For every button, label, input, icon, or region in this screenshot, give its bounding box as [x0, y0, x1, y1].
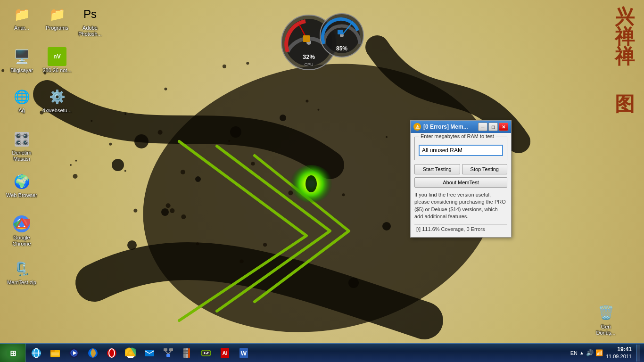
- icon-label: Web Browser: [6, 192, 37, 198]
- show-desktop-button[interactable]: [636, 345, 640, 362]
- svg-text:32%: 32%: [303, 53, 315, 60]
- desktop-icon-programs[interactable]: 📁 Programs: [40, 5, 74, 31]
- taskbar-network-tool[interactable]: [159, 345, 177, 362]
- svg-line-39: [165, 351, 168, 354]
- taskbar: ⊞: [0, 343, 644, 362]
- titlebar-buttons: ─ ◻ ✕: [478, 123, 508, 131]
- chinese-stamp-bottom: 图: [615, 94, 635, 114]
- taskbar-word[interactable]: W: [235, 345, 253, 362]
- start-button[interactable]: ⊞: [0, 344, 25, 362]
- taskbar-firefox[interactable]: [84, 345, 102, 362]
- dialog-title: [0 Errors] Mem...: [423, 123, 468, 130]
- memtest-body: Enter megabytes of RAM to test Start Tes…: [411, 133, 511, 237]
- tray-icon-1: 🔊: [586, 349, 594, 356]
- desktop-icon-dxwebsetup[interactable]: ⚙️ dxwebsetu...: [40, 87, 74, 114]
- close-button[interactable]: ✕: [499, 123, 508, 131]
- ram-group-box: Enter megabytes of RAM to test: [414, 137, 507, 160]
- svg-rect-14: [338, 30, 343, 34]
- svg-rect-35: [145, 350, 154, 356]
- svg-line-40: [168, 351, 171, 354]
- chinese-stamp-top: 兴禅禅: [615, 7, 635, 66]
- icon-label: MemTest.zip: [7, 280, 36, 286]
- desktop-icon-denetim[interactable]: 🎛️ DenetimMasası: [5, 130, 39, 162]
- desktop-icon-bilgisayar[interactable]: 🖥️ Bilgisayar: [5, 47, 39, 74]
- icon-label: DenetimMasası: [12, 150, 32, 162]
- taskbar-ie[interactable]: [27, 345, 45, 362]
- control-panel-icon: 🎛️: [12, 130, 31, 148]
- svg-text:⊞: ⊞: [9, 349, 16, 357]
- recycle-icon: 🗑️: [596, 304, 615, 322]
- start-testing-button[interactable]: Start Testing: [414, 164, 460, 174]
- dx-icon: ⚙️: [48, 87, 66, 106]
- desktop-icon-anar[interactable]: 📁 Anar...: [5, 5, 39, 31]
- svg-rect-38: [166, 354, 170, 357]
- title-text: ⚠ [0 Errors] Mem...: [413, 123, 478, 131]
- svg-rect-44: [183, 350, 188, 352]
- svg-rect-45: [183, 353, 188, 354]
- tray-area: EN ▲ 🔊 📶: [570, 349, 603, 356]
- winrar-icon: 🗜️: [12, 259, 31, 278]
- desktop-icon-webbrowser[interactable]: 🌍 Web Browser: [5, 172, 39, 198]
- clock-time: 19:41: [606, 346, 632, 354]
- svg-text:CPU: CPU: [304, 62, 313, 67]
- desktop-icon-chrome[interactable]: GoogleChrome: [5, 214, 39, 247]
- photoshop-icon: Ps: [81, 5, 99, 24]
- svg-rect-24: [51, 354, 59, 355]
- desktop-icon-photoshop[interactable]: Ps Adobe Photosh...: [73, 5, 107, 37]
- taskbar-items: Ai W: [25, 344, 567, 362]
- taskbar-winrar[interactable]: [178, 345, 196, 362]
- gauge-svg: 32% CPU 85%: [278, 7, 365, 71]
- memtest-dialog: ⚠ [0 Errors] Mem... ─ ◻ ✕ Enter megabyte…: [410, 120, 512, 238]
- taskbar-chrome[interactable]: [122, 345, 140, 362]
- icon-label: Bilgisayar: [10, 67, 33, 74]
- svg-text:W: W: [241, 350, 247, 357]
- svg-rect-23: [51, 353, 59, 354]
- icon-label: GoogleChrome: [12, 235, 31, 247]
- status-text: [\] 111.6% Coverage, 0 Errors: [416, 226, 485, 232]
- group-label: Enter megabytes of RAM to test: [419, 133, 496, 139]
- taskbar-wmp[interactable]: [65, 345, 83, 362]
- clock-area[interactable]: 19:41 11.09.2011: [606, 346, 632, 360]
- minimize-button[interactable]: ─: [478, 123, 487, 131]
- taskbar-explorer[interactable]: [46, 345, 64, 362]
- taskbar-acrobat[interactable]: Ai: [216, 345, 234, 362]
- folder-icon: 📁: [12, 5, 31, 24]
- restore-button[interactable]: ◻: [488, 123, 498, 131]
- about-memtest-button[interactable]: About MemTest: [414, 177, 507, 188]
- icon-label: GeriDönüş...: [596, 324, 616, 336]
- nvidia-icon: nV: [48, 47, 66, 66]
- svg-text:85%: 85%: [336, 45, 347, 52]
- icon-label: Ağ: [18, 107, 25, 114]
- computer-icon: 🖥️: [12, 47, 31, 66]
- taskbar-opera[interactable]: [103, 345, 121, 362]
- icon-label: Adobe Photosh...: [73, 25, 107, 37]
- svg-rect-37: [169, 348, 173, 351]
- memtest-titlebar: ⚠ [0 Errors] Mem... ─ ◻ ✕: [411, 121, 511, 133]
- svg-point-50: [206, 353, 208, 354]
- gauge-widget: 32% CPU 85%: [278, 7, 365, 73]
- desktop-icon-memtest[interactable]: 🗜️ MemTest.zip: [5, 259, 39, 286]
- folder-icon: 📁: [48, 5, 66, 24]
- svg-rect-7: [303, 35, 310, 42]
- ram-input[interactable]: [419, 145, 503, 156]
- memtest-title-icon: ⚠: [413, 123, 421, 131]
- taskbar-right: EN ▲ 🔊 📶 19:41 11.09.2011: [567, 345, 644, 362]
- network-icon: 🌐: [12, 87, 31, 106]
- status-bar: [\] 111.6% Coverage, 0 Errors: [414, 224, 507, 233]
- icon-label: 280.26 not...: [42, 67, 71, 74]
- svg-rect-22: [50, 350, 55, 352]
- desktop-icon-recycle[interactable]: 🗑️ GeriDönüş...: [589, 304, 623, 336]
- clock-date: 11.09.2011: [606, 353, 632, 360]
- svg-rect-36: [164, 348, 167, 351]
- stop-testing-button[interactable]: Stop Testing: [462, 164, 508, 174]
- desktop-icon-ag[interactable]: 🌐 Ağ: [5, 87, 39, 114]
- taskbar-gaming[interactable]: [197, 345, 215, 362]
- chrome-icon: [12, 214, 31, 233]
- browser-icon: 🌍: [12, 172, 31, 191]
- icon-label: Anar...: [14, 25, 29, 31]
- taskbar-mail[interactable]: [140, 345, 158, 362]
- svg-rect-43: [188, 348, 190, 358]
- tray-up-arrow[interactable]: ▲: [579, 350, 584, 355]
- desktop-icon-280-not[interactable]: nV 280.26 not...: [40, 47, 74, 74]
- svg-text:Ai: Ai: [223, 350, 228, 356]
